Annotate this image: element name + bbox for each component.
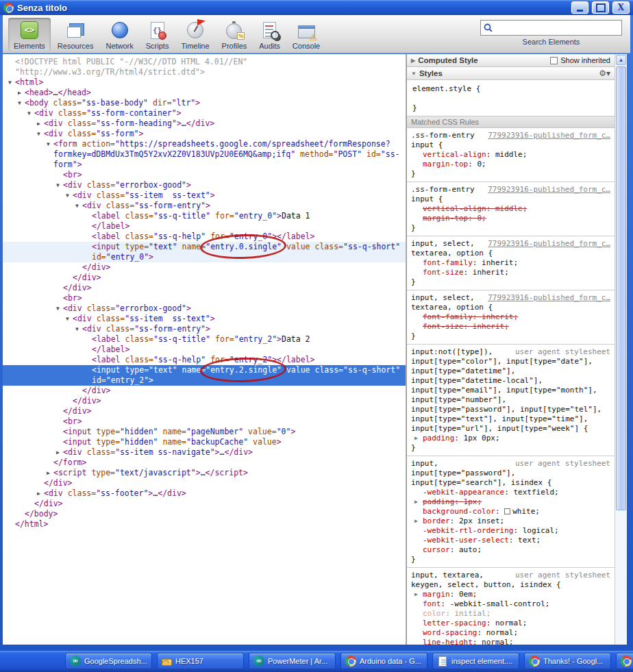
gear-icon[interactable]: ⚙▾ xyxy=(599,69,610,78)
dom-tree-row[interactable]: <label class="ss-q-help" for="entry_0"><… xyxy=(3,232,406,242)
dom-tree-row[interactable]: <input type="hidden" name="pageNumber" v… xyxy=(3,427,406,437)
css-property[interactable]: font-size: inherit; xyxy=(411,322,610,332)
stylesheet-link[interactable]: 779923916-published_form_c… xyxy=(488,239,610,249)
close-button[interactable] xyxy=(612,1,630,14)
taskbar-button[interactable]: inspect element.... xyxy=(432,653,519,669)
css-property[interactable]: -webkit-appearance: textfield; xyxy=(411,488,610,497)
dom-tree-row[interactable]: <!DOCTYPE html PUBLIC "-//W3C//DTD HTML … xyxy=(3,57,406,67)
dom-tree-row[interactable]: </body> xyxy=(3,509,406,519)
expanded-arrow-icon[interactable]: ▼ xyxy=(37,129,44,139)
taskbar-button[interactable]: Thanks! - Googl... xyxy=(524,653,611,669)
css-rule[interactable]: .ss-form-entry779923916-published_form_c… xyxy=(407,128,615,182)
scrollbar-thumb[interactable] xyxy=(616,66,626,510)
dom-tree-row[interactable]: ▼<div class="ss-form-entry"> xyxy=(3,201,406,211)
css-rule[interactable]: input:not([type]),user agent stylesheeti… xyxy=(407,345,615,456)
tab-elements[interactable]: <>Elements xyxy=(8,18,51,51)
minimize-button[interactable] xyxy=(571,1,588,14)
taskbar-button[interactable]: ∞PowerMeter | Ar... xyxy=(249,653,336,669)
dom-tree-row[interactable]: </div> xyxy=(3,386,406,396)
css-property[interactable]: ▶padding: 1px; xyxy=(411,497,610,507)
dom-tree-row[interactable]: ▼<form action="https://spreadsheets.goog… xyxy=(3,139,406,149)
css-property[interactable]: ▶border: 2px inset; xyxy=(411,517,610,526)
css-property[interactable]: font: -webkit-small-control; xyxy=(411,599,610,609)
dom-tree-row[interactable]: <br> xyxy=(3,293,406,303)
dom-tree-row[interactable]: </div> xyxy=(3,262,406,273)
css-property[interactable]: letter-spacing: normal; xyxy=(411,619,610,628)
dom-tree-row[interactable]: ▶<div class="ss-item ss-navigate">…</div… xyxy=(3,447,406,458)
dom-tree-row[interactable]: </form> xyxy=(3,458,406,468)
expanded-arrow-icon[interactable]: ▼ xyxy=(18,98,25,108)
collapsed-arrow-icon[interactable]: ▶ xyxy=(414,497,418,507)
collapsed-arrow-icon[interactable]: ▶ xyxy=(414,590,418,599)
taskbar-button[interactable]: ∞GoogleSpreadsh... xyxy=(65,653,152,669)
dom-tree-row[interactable]: ▼<div class="errorbox-good"> xyxy=(3,180,406,190)
tab-scripts[interactable]: {}Scripts xyxy=(140,18,175,51)
dom-tree-row[interactable]: ▶<div class="ss-form-heading">…</div> xyxy=(3,119,406,129)
dom-tree-row[interactable]: </label> xyxy=(3,345,406,355)
dom-tree-row[interactable]: id="entry_2"> xyxy=(3,375,406,386)
dom-tree-row[interactable]: <input type="text" name="entry.2.single"… xyxy=(3,365,406,375)
dom-tree-row[interactable]: ▼<div class="ss-form-container"> xyxy=(3,108,406,119)
dom-tree-row[interactable]: <label class="ss-q-title" for="entry_0">… xyxy=(3,211,406,221)
taskbar-button[interactable]: HEX157 xyxy=(157,653,244,669)
css-property[interactable]: -webkit-rtl-ordering: logical; xyxy=(411,526,610,536)
css-rule[interactable]: input,user agent stylesheetinput[type="p… xyxy=(407,456,615,568)
tab-audits[interactable]: Audits xyxy=(253,18,286,51)
css-rule[interactable]: input, select,779923916-published_form_c… xyxy=(407,290,615,345)
css-property[interactable]: vertical-align: middle; xyxy=(411,150,610,160)
css-property[interactable]: line-height: normal; xyxy=(411,638,610,645)
dom-tree-row[interactable]: ▼<body class="ss-base-body" dir="ltr"> xyxy=(3,98,406,108)
stylesheet-link[interactable]: 779923916-published_form_c… xyxy=(488,131,610,140)
dom-tree-row[interactable]: ▼<div class="ss-item ss-text"> xyxy=(3,314,406,324)
css-property[interactable]: color: initial; xyxy=(411,609,610,619)
expanded-arrow-icon[interactable]: ▼ xyxy=(56,180,63,190)
collapsed-arrow-icon[interactable]: ▶ xyxy=(56,447,63,458)
expanded-arrow-icon[interactable]: ▼ xyxy=(47,139,53,149)
css-property[interactable]: cursor: auto; xyxy=(411,545,610,555)
computed-style-header[interactable]: ▶ Computed Style Show inherited xyxy=(407,54,615,67)
search-box[interactable] xyxy=(480,20,622,36)
dom-tree-row[interactable]: ▼<div class="errorbox-good"> xyxy=(3,303,406,314)
tab-resources[interactable]: Resources xyxy=(52,18,99,51)
dom-tree-row[interactable]: </div> xyxy=(3,273,406,283)
dom-tree-row[interactable]: ▶<head>…</head> xyxy=(3,88,406,98)
dom-tree-row[interactable]: formkey=dDBMdUx3TmQ5Y2xvX2Z0V183UVp2U0E6… xyxy=(3,149,406,160)
dom-tree-row[interactable]: ▶<div class="ss-footer">…</div> xyxy=(3,488,406,499)
dom-tree-row[interactable]: <label class="ss-q-help" for="entry_2"><… xyxy=(3,355,406,365)
collapsed-arrow-icon[interactable]: ▶ xyxy=(37,119,44,129)
taskbar-button[interactable]: D... xyxy=(616,653,633,669)
styles-scrollbar[interactable]: ▲ xyxy=(615,54,627,645)
expanded-arrow-icon[interactable]: ▼ xyxy=(66,314,73,324)
css-property[interactable]: font-family: inherit; xyxy=(411,312,610,322)
css-property[interactable]: margin-top: 0; xyxy=(411,214,610,223)
tab-timeline[interactable]: Timeline xyxy=(175,18,214,51)
taskbar-button[interactable]: Arduino data - G... xyxy=(340,653,427,669)
search-input[interactable] xyxy=(495,22,619,34)
dom-tree-row[interactable]: "http://www.w3.org/TR/html4/strict.dtd"> xyxy=(3,67,406,77)
tab-network[interactable]: Network xyxy=(100,18,138,51)
color-swatch[interactable] xyxy=(504,508,510,514)
dom-tree-row[interactable]: <br> xyxy=(3,170,406,180)
dom-tree-row[interactable]: ▶<script type="text/javascript">…</scrip… xyxy=(3,468,406,478)
css-property[interactable]: ▶padding: 1px 0px; xyxy=(411,434,610,443)
element-style-open[interactable]: element.style { xyxy=(412,84,609,94)
stylesheet-link[interactable]: 779923916-published_form_c… xyxy=(488,185,610,195)
dom-tree-row[interactable]: ▼<div class="ss-form-entry"> xyxy=(3,324,406,334)
dom-tree-row[interactable]: </div> xyxy=(3,478,406,488)
collapsed-arrow-icon[interactable]: ▶ xyxy=(47,468,53,478)
expanded-arrow-icon[interactable]: ▼ xyxy=(75,201,82,211)
stylesheet-link[interactable]: 779923916-published_form_c… xyxy=(488,293,610,303)
collapsed-arrow-icon[interactable]: ▶ xyxy=(414,517,418,526)
dom-tree-row[interactable]: </div> xyxy=(3,396,406,406)
tab-profiles[interactable]: Profiles xyxy=(216,18,253,51)
css-property[interactable]: font-size: inherit; xyxy=(411,268,610,277)
css-rule[interactable]: .ss-form-entry779923916-published_form_c… xyxy=(407,182,615,236)
collapsed-arrow-icon[interactable]: ▶ xyxy=(37,488,44,499)
expanded-arrow-icon[interactable]: ▼ xyxy=(75,324,82,334)
dom-tree-row[interactable]: <input type="text" name="entry.0.single"… xyxy=(3,242,406,252)
element-style-rule[interactable]: element.style { } xyxy=(407,80,615,116)
expanded-arrow-icon[interactable]: ▼ xyxy=(66,190,73,201)
css-property[interactable]: background-color: white; xyxy=(411,507,610,517)
css-rule[interactable]: input, textarea,user agent stylesheetkey… xyxy=(407,568,615,645)
dom-tree-row[interactable]: </div> xyxy=(3,499,406,509)
